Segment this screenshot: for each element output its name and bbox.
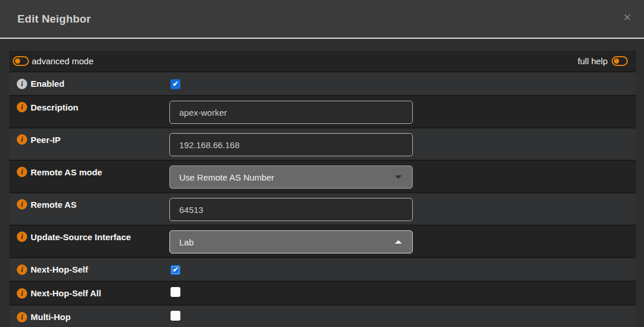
field-label-next-hop-self-all: iNext-Hop-Self All (9, 288, 169, 299)
form-rows: iEnablediDescriptioniPeer-IPiRemote AS m… (9, 72, 636, 327)
remote-as-mode-select[interactable]: Use Remote AS Number (169, 166, 413, 189)
selected-value: Use Remote AS Number (179, 172, 274, 182)
field-label-enabled: iEnabled (9, 79, 169, 89)
field-control-remote-as-mode: Use Remote AS Number (169, 161, 413, 189)
selected-value: Lab (179, 237, 194, 247)
form-row-next-hop-self-all: iNext-Hop-Self All (9, 282, 636, 306)
form-row-description: iDescription (9, 96, 636, 128)
info-icon[interactable]: i (17, 199, 27, 210)
chevron-up-icon (395, 240, 402, 244)
description-input[interactable] (169, 101, 413, 124)
info-icon[interactable]: i (17, 312, 27, 322)
info-icon[interactable]: i (17, 264, 27, 275)
field-label-text: Remote AS mode (31, 167, 102, 177)
form-row-update-source-interface: iUpdate-Source InterfaceLab (9, 226, 636, 258)
options-bar: advanced mode full help (9, 51, 636, 72)
form-row-multi-hop: iMulti-Hop (9, 306, 636, 327)
field-control-update-source-interface: Lab (169, 226, 413, 253)
field-label-remote-as: iRemote AS (9, 193, 169, 210)
form-table: advanced mode full help iEnablediDescrip… (9, 51, 636, 327)
chevron-down-icon (395, 175, 402, 179)
form-row-enabled: iEnabled (9, 72, 636, 96)
field-label-remote-as-mode: iRemote AS mode (9, 161, 169, 177)
field-control-enabled (169, 78, 180, 89)
info-icon[interactable]: i (17, 288, 27, 299)
next-hop-self-checkbox[interactable] (171, 265, 180, 275)
modal-header: Edit Neighbor ✕ (0, 0, 644, 39)
full-help-label: full help (578, 56, 608, 66)
field-label-text: Description (31, 102, 79, 112)
field-label-text: Next-Hop-Self (31, 264, 88, 274)
full-help-toggle[interactable]: full help (578, 56, 628, 66)
field-control-description (169, 96, 413, 124)
info-icon[interactable]: i (17, 134, 27, 145)
form-row-peer-ip: iPeer-IP (9, 128, 636, 161)
enabled-checkbox[interactable] (171, 79, 180, 89)
field-label-text: Update-Source Interface (31, 232, 131, 242)
field-control-peer-ip (169, 128, 413, 156)
next-hop-self-all-checkbox[interactable] (171, 287, 180, 297)
multi-hop-checkbox[interactable] (171, 311, 180, 321)
form-row-next-hop-self: iNext-Hop-Self (9, 258, 636, 282)
modal-title: Edit Neighbor (17, 13, 91, 25)
field-label-peer-ip: iPeer-IP (9, 128, 169, 145)
field-label-description: iDescription (9, 96, 169, 112)
field-label-text: Next-Hop-Self All (31, 288, 101, 298)
remote-as-input[interactable] (169, 198, 413, 221)
field-label-text: Peer-IP (31, 135, 61, 145)
field-label-multi-hop: iMulti-Hop (9, 312, 169, 322)
field-label-text: Remote AS (31, 200, 76, 210)
field-control-remote-as (169, 193, 413, 221)
update-source-interface-select[interactable]: Lab (169, 230, 413, 253)
info-icon[interactable]: i (17, 167, 27, 177)
field-label-text: Enabled (31, 79, 64, 89)
toggle-off-icon[interactable] (13, 56, 29, 66)
peer-ip-input[interactable] (169, 133, 413, 156)
info-icon[interactable]: i (17, 232, 27, 242)
field-label-next-hop-self: iNext-Hop-Self (9, 264, 169, 275)
close-icon[interactable]: ✕ (621, 12, 634, 24)
info-icon[interactable]: i (17, 102, 27, 112)
form-row-remote-as: iRemote AS (9, 193, 636, 226)
info-icon[interactable]: i (17, 79, 27, 89)
form-row-remote-as-mode: iRemote AS modeUse Remote AS Number (9, 161, 636, 193)
advanced-mode-toggle[interactable]: advanced mode (13, 56, 94, 66)
field-control-next-hop-self-all (169, 287, 180, 299)
modal-body: advanced mode full help iEnablediDescrip… (0, 39, 644, 327)
toggle-off-icon[interactable] (612, 56, 628, 66)
field-label-text: Multi-Hop (31, 312, 71, 322)
field-control-next-hop-self (169, 264, 180, 275)
advanced-mode-label: advanced mode (32, 56, 94, 66)
field-label-update-source-interface: iUpdate-Source Interface (9, 226, 169, 242)
field-control-multi-hop (169, 311, 180, 323)
